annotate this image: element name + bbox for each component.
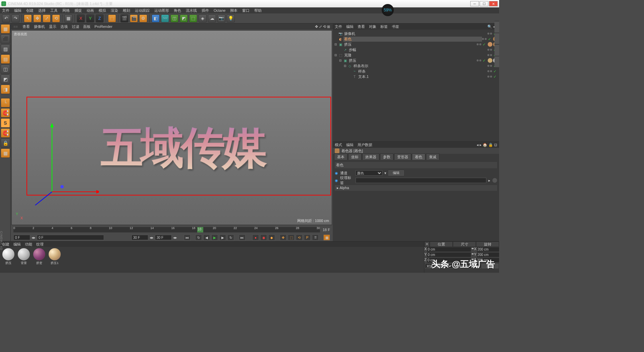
scale-tool[interactable]: ⤢ <box>43 14 51 23</box>
frame-total-input[interactable] <box>155 235 172 240</box>
material-挤压1[interactable]: 挤压1 <box>48 248 62 271</box>
menu-插件[interactable]: 插件 <box>202 8 209 13</box>
menu-工具[interactable]: 工具 <box>50 8 58 13</box>
matmenu-纹理[interactable]: 纹理 <box>36 242 44 247</box>
viewtab-显示[interactable]: 显示 <box>49 25 56 29</box>
light-button[interactable]: 💡 <box>227 14 235 23</box>
generator2-button[interactable]: ◩ <box>180 14 188 23</box>
close-button[interactable]: ✕ <box>489 1 498 6</box>
menu-动画[interactable]: 动画 <box>87 8 94 13</box>
objmenu-对象[interactable]: 对象 <box>369 24 376 29</box>
textag-swatch-icon[interactable] <box>492 178 497 183</box>
minimize-button[interactable]: ─ <box>470 1 479 6</box>
snap2-button[interactable]: 🧲 <box>1 128 10 138</box>
menu-窗口[interactable]: 窗口 <box>242 8 250 13</box>
render-region-button[interactable]: 🎬 <box>130 14 138 23</box>
menu-网格[interactable]: 网格 <box>62 8 70 13</box>
goto-start-button[interactable]: ⏮ <box>184 234 191 240</box>
material-背景[interactable]: 背景 <box>17 248 31 271</box>
objmenu-文件[interactable]: 文件 <box>335 24 342 29</box>
camera-button[interactable]: 📷 <box>217 14 225 23</box>
undo-button[interactable]: ↶ <box>2 14 10 23</box>
cloner-button[interactable]: ⬚ <box>189 14 197 23</box>
menu-帮助[interactable]: 帮助 <box>254 8 262 13</box>
attrmenu-模式[interactable]: 模式 <box>335 142 342 147</box>
alpha-section[interactable]: ▸ Alpha <box>335 185 497 191</box>
menu-雕刻[interactable]: 雕刻 <box>123 8 130 13</box>
record-button[interactable]: ● <box>252 234 259 240</box>
goto-end-button[interactable]: ⏭ <box>239 234 246 240</box>
menu-角色[interactable]: 角色 <box>174 8 181 13</box>
attrtab-衰减[interactable]: 衰减 <box>426 153 439 161</box>
deformer-button[interactable]: ◈ <box>199 14 207 23</box>
textag-input[interactable] <box>356 178 486 183</box>
render-view-button[interactable]: 🎬 <box>120 14 128 23</box>
move-tool[interactable]: ✥ <box>33 14 41 23</box>
soft-select-button[interactable]: S <box>1 118 10 128</box>
play-button[interactable]: ▶ <box>211 234 218 240</box>
redo-button[interactable]: ↷ <box>11 14 19 23</box>
edge-mode-button[interactable]: ◩ <box>1 75 10 84</box>
key-rot-button[interactable]: ⟲ <box>296 234 303 240</box>
material-挤压[interactable]: 挤压 <box>1 248 15 271</box>
timeline[interactable]: 024681012141618202224262830 18 18 F <box>11 226 333 234</box>
viewtab-选项[interactable]: 选项 <box>60 25 68 29</box>
loop-button[interactable]: ↻ <box>195 234 202 240</box>
viewtab-过滤[interactable]: 过滤 <box>72 25 79 29</box>
frame-start-input[interactable] <box>13 235 30 240</box>
axis-toggle-button[interactable]: └ <box>1 98 10 107</box>
menu-运动跟踪[interactable]: 运动跟踪 <box>135 8 150 13</box>
tree-row-样条布尔[interactable]: ⊟◇样条布尔✓ <box>333 63 499 69</box>
objmenu-编辑[interactable]: 编辑 <box>346 24 354 29</box>
model-mode-button[interactable]: ▦ <box>1 24 10 34</box>
recent-tool[interactable]: ▦ <box>64 14 72 23</box>
viewtab-查看[interactable]: 查看 <box>22 25 30 29</box>
menu-文件[interactable]: 文件 <box>2 8 9 13</box>
generator-button[interactable]: ◫ <box>170 14 178 23</box>
attrtab-变形器[interactable]: 变形器 <box>394 153 411 161</box>
tree-row-挤压[interactable]: ⊟▣挤压✓ <box>333 58 499 63</box>
x-axis-toggle[interactable]: X <box>77 14 85 23</box>
animation-mode-button[interactable]: ▦ <box>323 234 330 240</box>
objmenu-书签[interactable]: 书签 <box>392 24 399 29</box>
menu-捕捉[interactable]: 捕捉 <box>74 8 82 13</box>
matmenu-功能[interactable]: 功能 <box>25 242 32 247</box>
attrtab-着色[interactable]: 着色 <box>412 153 425 161</box>
y-axis-toggle[interactable]: Y <box>86 14 94 23</box>
keyframe-button[interactable]: ◆ <box>268 234 275 240</box>
render-settings-button[interactable]: ⚙ <box>139 14 147 23</box>
maximize-button[interactable]: ☐ <box>480 1 488 6</box>
menu-编辑[interactable]: 编辑 <box>14 8 21 13</box>
menu-脚本[interactable]: 脚本 <box>230 8 237 13</box>
right-edge-tabs[interactable] <box>494 21 499 68</box>
timeline-marker[interactable]: 18 <box>197 227 203 232</box>
tree-row-步幅[interactable]: ↗步幅✓ <box>333 47 499 52</box>
key-param-button[interactable]: P <box>304 234 311 240</box>
viewtab-面板[interactable]: 面板 <box>83 25 91 29</box>
texture-mode-button[interactable]: ▨ <box>1 44 10 54</box>
lock-button[interactable]: 🔒 <box>1 138 10 148</box>
material-挤变[interactable]: 挤变 <box>32 248 46 271</box>
viewtab-ProRender[interactable]: ProRender <box>95 25 112 29</box>
key-scale-button[interactable]: ⬚ <box>288 234 294 240</box>
menu-模拟[interactable]: 模拟 <box>99 8 106 13</box>
rotate-tool[interactable]: ⟲ <box>52 14 60 23</box>
viewtab-摄像机[interactable]: 摄像机 <box>34 25 45 29</box>
menu-Octane[interactable]: Octane <box>214 8 225 12</box>
frame-range-input[interactable] <box>37 235 104 240</box>
key-options-button[interactable]: ⠿ <box>312 234 319 240</box>
tree-row-挤压[interactable]: ⊟▣挤压✓ <box>333 42 499 47</box>
select-tool[interactable]: ↖ <box>24 14 32 23</box>
tree-row-克隆[interactable]: ⊟⬚克隆✓ <box>333 52 499 58</box>
attrtab-坐标[interactable]: 坐标 <box>348 153 362 161</box>
menu-选择[interactable]: 选择 <box>38 8 46 13</box>
next-frame-button[interactable]: ▶ <box>219 234 226 240</box>
key-pos-button[interactable]: ✥ <box>280 234 286 240</box>
menu-流水线[interactable]: 流水线 <box>186 8 197 13</box>
menu-运动图形[interactable]: 运动图形 <box>154 8 169 13</box>
viewport[interactable]: 透视视图 五域传媒 Y X 网格间距 : 1000 cm <box>11 30 332 225</box>
menu-创建[interactable]: 创建 <box>26 8 34 13</box>
coord-system-button[interactable]: ⬚ <box>108 14 116 23</box>
matmenu-编辑[interactable]: 编辑 <box>13 242 21 247</box>
attrmenu-编辑[interactable]: 编辑 <box>346 142 354 147</box>
